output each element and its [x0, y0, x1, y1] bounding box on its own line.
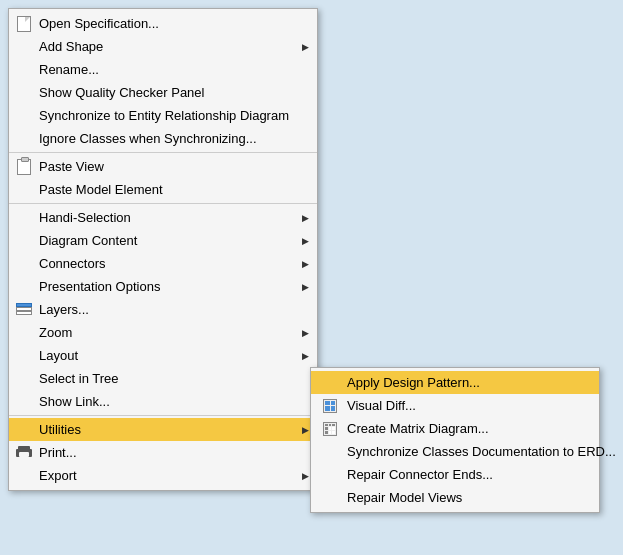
menu-item-show-link[interactable]: Show Link...: [9, 390, 317, 413]
context-menu: Open Specification... Add Shape Rename..…: [8, 8, 318, 491]
menu-item-diagram-content[interactable]: Diagram Content: [9, 229, 317, 252]
menu-item-add-shape[interactable]: Add Shape: [9, 35, 317, 58]
menu-item-show-quality[interactable]: Show Quality Checker Panel: [9, 81, 317, 104]
menu-label-select-in-tree: Select in Tree: [39, 371, 309, 386]
menu-label-paste-view: Paste View: [39, 159, 309, 174]
menu-label-connectors: Connectors: [39, 256, 309, 271]
menu-item-paste-model[interactable]: Paste Model Element: [9, 178, 317, 201]
separator-3: [9, 415, 317, 416]
submenu-label-visual-diff: Visual Diff...: [347, 398, 591, 413]
menu-item-open-spec[interactable]: Open Specification...: [9, 12, 317, 35]
menu-label-sync-erd: Synchronize to Entity Relationship Diagr…: [39, 108, 309, 123]
menu-label-zoom: Zoom: [39, 325, 309, 340]
submenu-label-sync-classes: Synchronize Classes Documentation to ERD…: [347, 444, 616, 459]
submenu-item-create-matrix[interactable]: Create Matrix Diagram...: [311, 417, 599, 440]
menu-item-layers[interactable]: Layers...: [9, 298, 317, 321]
menu-label-handi-selection: Handi-Selection: [39, 210, 309, 225]
menu-item-handi-selection[interactable]: Handi-Selection: [9, 206, 317, 229]
matrix-icon: [321, 420, 339, 438]
layers-icon: [15, 301, 33, 319]
menu-label-layout: Layout: [39, 348, 309, 363]
submenu-label-create-matrix: Create Matrix Diagram...: [347, 421, 591, 436]
paste-icon: [15, 158, 33, 176]
visual-diff-icon: [321, 397, 339, 415]
menu-item-select-in-tree[interactable]: Select in Tree: [9, 367, 317, 390]
menu-label-open-spec: Open Specification...: [39, 16, 309, 31]
menu-item-sync-erd[interactable]: Synchronize to Entity Relationship Diagr…: [9, 104, 317, 127]
submenu-item-repair-model[interactable]: Repair Model Views: [311, 486, 599, 509]
submenu-utilities: Apply Design Pattern... Visual Diff... C…: [310, 367, 600, 513]
doc-icon: [15, 15, 33, 33]
submenu-label-repair-model: Repair Model Views: [347, 490, 591, 505]
menu-item-paste-view[interactable]: Paste View: [9, 155, 317, 178]
print-icon: [15, 444, 33, 462]
menu-label-layers: Layers...: [39, 302, 309, 317]
menu-item-print[interactable]: Print...: [9, 441, 317, 464]
menu-label-export: Export: [39, 468, 309, 483]
menu-item-zoom[interactable]: Zoom: [9, 321, 317, 344]
submenu-label-apply-design: Apply Design Pattern...: [347, 375, 591, 390]
menu-item-layout[interactable]: Layout: [9, 344, 317, 367]
submenu-item-apply-design[interactable]: Apply Design Pattern...: [311, 371, 599, 394]
menu-label-diagram-content: Diagram Content: [39, 233, 309, 248]
separator-2: [9, 203, 317, 204]
submenu-item-repair-connector[interactable]: Repair Connector Ends...: [311, 463, 599, 486]
submenu-label-repair-connector: Repair Connector Ends...: [347, 467, 591, 482]
menu-label-print: Print...: [39, 445, 309, 460]
menu-label-rename: Rename...: [39, 62, 309, 77]
menu-label-show-link: Show Link...: [39, 394, 309, 409]
menu-label-paste-model: Paste Model Element: [39, 182, 309, 197]
menu-label-ignore-classes: Ignore Classes when Synchronizing...: [39, 131, 309, 146]
menu-item-export[interactable]: Export: [9, 464, 317, 487]
submenu-item-sync-classes[interactable]: Synchronize Classes Documentation to ERD…: [311, 440, 599, 463]
menu-label-add-shape: Add Shape: [39, 39, 309, 54]
menu-label-show-quality: Show Quality Checker Panel: [39, 85, 309, 100]
menu-label-utilities: Utilities: [39, 422, 309, 437]
menu-item-ignore-classes[interactable]: Ignore Classes when Synchronizing...: [9, 127, 317, 150]
submenu-item-visual-diff[interactable]: Visual Diff...: [311, 394, 599, 417]
menu-item-utilities[interactable]: Utilities: [9, 418, 317, 441]
menu-label-presentation-options: Presentation Options: [39, 279, 309, 294]
menu-item-presentation-options[interactable]: Presentation Options: [9, 275, 317, 298]
separator-1: [9, 152, 317, 153]
menu-item-rename[interactable]: Rename...: [9, 58, 317, 81]
menu-item-connectors[interactable]: Connectors: [9, 252, 317, 275]
